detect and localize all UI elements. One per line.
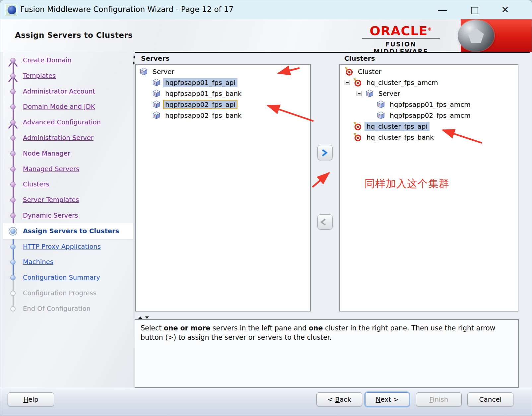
wizard-window: Fusion Middleware Configuration Wizard -… [0, 0, 532, 416]
sidebar-item-label[interactable]: Administrator Account [23, 88, 95, 95]
sidebar-item-domain-mode-jdk[interactable]: Domain Mode and JDK [3, 100, 133, 113]
sidebar-item-label[interactable]: Machines [23, 258, 53, 266]
collapse-minus-icon[interactable] [357, 91, 362, 96]
collapse-minus-icon[interactable] [345, 80, 350, 85]
server-cube-icon [152, 100, 161, 109]
sidebar-item-label[interactable]: Managed Servers [23, 165, 79, 173]
clusters-panel-title: Clusters [344, 54, 375, 62]
sidebar-item-machines[interactable]: Machines [3, 255, 133, 269]
tree-node-label[interactable]: hqpfpsapp01_fps_api [163, 78, 237, 87]
next-button[interactable]: Next > [365, 392, 409, 406]
tree-node-cluster[interactable]: hq_cluster_fps_api [341, 121, 516, 132]
titlebar: Fusion Middleware Configuration Wizard -… [0, 0, 532, 19]
sidebar-item-server-templates[interactable]: Server Templates [3, 193, 133, 207]
tree-node-server[interactable]: hqpfpsapp02_fps_api [137, 99, 309, 110]
sidebar-item-label[interactable]: Create Domain [23, 56, 72, 64]
step-bullet-icon [10, 244, 16, 249]
oracle-wordmark: ORACLE® [359, 25, 443, 38]
cluster-target-icon [345, 67, 354, 76]
sidebar-item-label: Configuration Progress [23, 289, 97, 297]
servers-tree[interactable]: Server hqpfpsapp01_fps_api hqpfpsapp01_f… [135, 64, 311, 312]
assign-right-button[interactable] [317, 145, 333, 160]
sidebar-item-label[interactable]: Clusters [23, 180, 49, 188]
back-button[interactable]: < Back [316, 392, 362, 406]
splitter-expand-icon[interactable] [133, 61, 135, 65]
tree-node-label[interactable]: hqpfpsapp01_fps_amcm [388, 100, 473, 109]
sidebar-item-administration-server[interactable]: Administration Server [3, 131, 133, 145]
step-bullet-icon [10, 135, 16, 141]
sidebar-item-label[interactable]: Server Templates [23, 196, 79, 204]
sidebar-item-configuration-summary[interactable]: Configuration Summary [3, 271, 133, 284]
tree-node-cluster-root[interactable]: Cluster [341, 66, 516, 77]
tree-node-cluster[interactable]: hq_cluster_fps_amcm [341, 77, 516, 88]
tree-node-server[interactable]: hqpfpsapp02_fps_bank [137, 110, 309, 121]
help-button[interactable]: Help [8, 392, 54, 406]
instruction-segment: Select [141, 324, 164, 332]
sidebar-item-clusters[interactable]: Clusters [3, 178, 133, 191]
sidebar-item-label[interactable]: Templates [23, 72, 56, 80]
tree-node-server[interactable]: hqpfpsapp01_fps_amcm [341, 99, 516, 110]
sidebar-item-advanced-configuration[interactable]: Advanced Configuration [3, 116, 133, 129]
tree-node-label[interactable]: hq_cluster_fps_amcm [365, 78, 440, 87]
step-bullet-icon [10, 197, 16, 203]
server-cube-icon [365, 89, 374, 98]
step-bullet-icon [10, 182, 16, 187]
step-bullet-icon [10, 151, 16, 156]
sidebar-item-dynamic-servers[interactable]: Dynamic Servers [3, 209, 133, 222]
oracle-subtitle: FUSION MIDDLEWARE [359, 40, 443, 52]
tree-node-label[interactable]: hqpfpsapp02_fps_bank [163, 111, 244, 120]
tree-node-server-root[interactable]: Server [137, 66, 309, 77]
sidebar-item-http-proxy-applications[interactable]: HTTP Proxy Applications [3, 240, 133, 253]
sidebar-item-templates[interactable]: Templates [3, 69, 133, 83]
sidebar-item-label[interactable]: Configuration Summary [23, 274, 100, 281]
tree-node-label[interactable]: hq_cluster_fps_api [365, 122, 430, 131]
finish-button: Finish [416, 392, 462, 406]
tree-node-cluster[interactable]: hq_cluster_fps_bank [341, 132, 516, 143]
sidebar-item-label: End Of Configuration [23, 305, 91, 312]
oracle-logo: ORACLE® FUSION MIDDLEWARE [359, 25, 443, 52]
splitter-collapse-icon[interactable] [133, 55, 135, 59]
tree-node-server-group[interactable]: Server [341, 88, 516, 99]
tree-node-label[interactable]: hqpfpsapp02_fps_api [163, 100, 237, 109]
tree-node-server[interactable]: hqpfpsapp02_fps_amcm [341, 110, 516, 121]
cancel-button[interactable]: Cancel [467, 392, 513, 406]
tree-node-server[interactable]: hqpfpsapp01_fps_bank [137, 88, 309, 99]
sidebar-item-label[interactable]: Advanced Configuration [23, 118, 101, 126]
minimize-button[interactable]: — [432, 0, 452, 19]
tree-node-label[interactable]: hqpfpsapp02_fps_amcm [388, 111, 473, 120]
step-bullet-icon [10, 259, 16, 265]
tree-node-server[interactable]: hqpfpsapp01_fps_api [137, 77, 309, 88]
globe-icon [8, 6, 16, 14]
server-cube-icon [376, 100, 385, 109]
clusters-tree[interactable]: Cluster hq_cluster_fps_amcm Server hqpfp… [339, 64, 518, 312]
instruction-segment: servers in the left pane and [210, 324, 308, 332]
sidebar-item-managed-servers[interactable]: Managed Servers [3, 163, 133, 176]
page-title: Assign Servers to Clusters [15, 31, 133, 39]
chevron-left-icon [319, 218, 328, 227]
close-button[interactable]: ✕ [495, 0, 515, 19]
step-bullet-icon [10, 229, 16, 234]
server-cube-icon [152, 111, 161, 120]
sidebar-item-create-domain[interactable]: Create Domain [3, 54, 133, 67]
tree-node-label[interactable]: Server [151, 67, 176, 76]
sidebar-item-administrator-account[interactable]: Administrator Account [3, 85, 133, 98]
tree-node-label[interactable]: Cluster [356, 67, 383, 76]
sidebar-item-assign-servers-to-clusters[interactable]: Assign Servers to Clusters [3, 223, 133, 239]
sidebar-item-node-manager[interactable]: Node Manager [3, 147, 133, 160]
sidebar-item-label[interactable]: Dynamic Servers [23, 212, 78, 219]
tree-node-label[interactable]: hq_cluster_fps_bank [365, 133, 436, 142]
sidebar-item-label[interactable]: Assign Servers to Clusters [23, 227, 119, 235]
sidebar-item-label[interactable]: Domain Mode and JDK [23, 103, 95, 110]
splitter-down-icon[interactable] [145, 316, 149, 319]
window-title: Fusion Middleware Configuration Wizard -… [20, 5, 233, 14]
maximize-button[interactable]: □ [465, 0, 485, 19]
sidebar-item-label[interactable]: Node Manager [23, 150, 70, 157]
tree-node-label[interactable]: Server [376, 89, 402, 98]
unassign-left-button[interactable] [317, 214, 333, 230]
tree-node-label[interactable]: hqpfpsapp01_fps_bank [163, 89, 244, 98]
instruction-bold: one or more [164, 324, 211, 332]
sidebar-item-label[interactable]: HTTP Proxy Applications [23, 243, 101, 250]
sidebar-item-label[interactable]: Administration Server [23, 134, 94, 142]
instruction-text: Select one or more servers in the left p… [135, 319, 519, 388]
splitter-up-icon[interactable] [138, 316, 142, 319]
